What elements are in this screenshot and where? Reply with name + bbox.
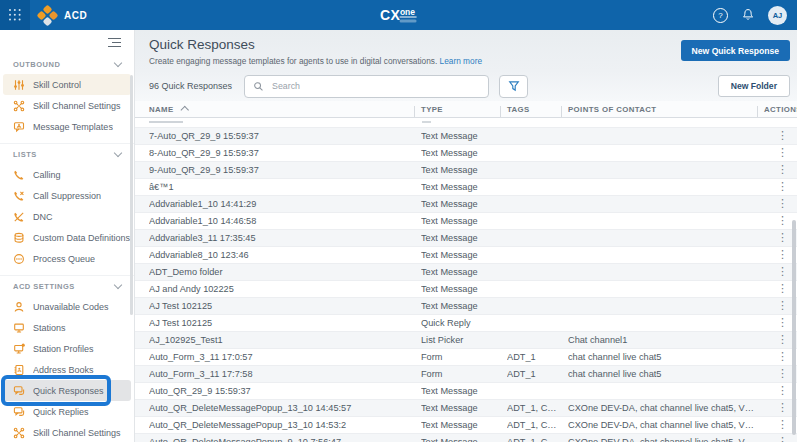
notifications-bell-icon[interactable] [741, 8, 755, 22]
row-actions-kebab-icon[interactable]: ⋮ [764, 230, 788, 245]
row-type: Form [421, 349, 507, 365]
sidebar-item-skill-control[interactable]: Skill Control [3, 74, 131, 95]
row-actions-kebab-icon[interactable]: ⋮ [764, 281, 788, 296]
row-actions-kebab-icon[interactable]: ⋮ [764, 264, 788, 279]
search-icon [253, 81, 264, 92]
row-points-of-contact: Chat channel1 [568, 332, 764, 348]
table-row[interactable]: Auto_QR_DeleteMessagePopup_13_10 14:53:2… [135, 417, 797, 434]
sidebar-item-call-suppression[interactable]: Call Suppression [3, 185, 131, 206]
row-actions-kebab-icon[interactable]: ⋮ [764, 213, 788, 228]
sidebar-item-process-queue[interactable]: Process Queue [3, 248, 131, 269]
sidebar-item-address-books[interactable]: Address Books [3, 359, 131, 380]
row-actions-kebab-icon[interactable]: ⋮ [764, 128, 788, 143]
column-header-actions: ACTIONS [764, 105, 797, 114]
sidebar-item-calling[interactable]: Calling [3, 164, 131, 185]
table-row[interactable]: AJ Test 102125Text Message⋮ [135, 298, 797, 315]
table-row[interactable]: Auto_Form_3_11 17:7:58FormADT_1chat chan… [135, 366, 797, 383]
row-actions-kebab-icon[interactable]: ⋮ [764, 247, 788, 262]
table-row[interactable]: AJ_102925_Test1List PickerChat channel1⋮ [135, 332, 797, 349]
row-tags: ADT_1 [507, 366, 568, 382]
sidebar-item-message-templates[interactable]: Message Templates [3, 116, 131, 137]
table-row[interactable]: Auto_QR_DeleteMessagePopup_9_10 7:56:47T… [135, 434, 797, 442]
table-row[interactable]: 7-Auto_QR_29_9 15:59:37Text Message⋮ [135, 128, 797, 145]
row-points-of-contact: chat channel live chat5 [568, 349, 764, 365]
sidebar-section-header-acd-settings[interactable]: ACD SETTINGS [0, 276, 134, 296]
row-tags: ADT_1, Captain [507, 434, 568, 442]
table-row[interactable]: AJ Test 102125Quick Reply⋮ [135, 315, 797, 332]
learn-more-link[interactable]: Learn more [440, 56, 482, 66]
row-actions-kebab-icon[interactable]: ⋮ [764, 179, 788, 194]
table-row[interactable]: 8-Auto_QR_29_9 15:59:37Text Message⋮ [135, 145, 797, 162]
row-name: Addvariable1_10 14:46:58 [149, 213, 421, 229]
sidebar-item-station-profiles[interactable]: Station Profiles [3, 338, 131, 359]
row-name: AJ and Andy 102225 [149, 281, 421, 297]
sidebar-item-dnc[interactable]: DNC [3, 206, 131, 227]
partial-scrolled-row [135, 118, 797, 128]
page-subtitle: Create engaging message templates for ag… [149, 56, 482, 66]
sidebar-scrollbar[interactable] [130, 75, 133, 315]
row-type: Text Message [421, 264, 507, 280]
table-scrollbar[interactable] [792, 220, 796, 435]
help-icon[interactable]: ? [713, 8, 728, 23]
app-window: ACD CX one ? AJ OUTBOUND Skill ControlSk… [0, 0, 797, 442]
row-actions-kebab-icon[interactable]: ⋮ [764, 332, 788, 347]
table-row[interactable]: ADT_Demo folderText Message⋮ [135, 264, 797, 281]
table-row[interactable]: Auto_QR_29_9 15:59:37Text Message⋮ [135, 383, 797, 400]
sidebar-item-custom-data-definitions[interactable]: Custom Data Definitions [3, 227, 131, 248]
row-actions-kebab-icon[interactable]: ⋮ [764, 298, 788, 313]
sidebar-item-skill-channel-settings[interactable]: Skill Channel Settings [3, 95, 131, 116]
row-name: Addvariable8_10 123:46 [149, 247, 421, 263]
row-actions-kebab-icon[interactable]: ⋮ [764, 383, 788, 398]
collapse-sidebar-icon[interactable] [108, 38, 121, 54]
sidebar-item-skill-channel-settings[interactable]: Skill Channel Settings [3, 422, 131, 442]
sort-ascending-icon [180, 106, 188, 114]
row-type: Text Message [421, 298, 507, 314]
table-row[interactable]: â€™1Text Message⋮ [135, 179, 797, 196]
row-actions-kebab-icon[interactable]: ⋮ [764, 417, 788, 432]
filter-button[interactable] [499, 75, 528, 98]
row-actions-kebab-icon[interactable]: ⋮ [764, 196, 788, 211]
column-header-type[interactable]: TYPE [421, 105, 507, 114]
row-type: Form [421, 366, 507, 382]
row-actions-kebab-icon[interactable]: ⋮ [764, 434, 788, 442]
row-type: Text Message [421, 196, 507, 212]
table-row[interactable]: Addvariable8_10 123:46Text Message⋮ [135, 247, 797, 264]
table-row[interactable]: Addvariable3_11 17:35:45Text Message⋮ [135, 230, 797, 247]
new-quick-response-button[interactable]: New Quick Response [681, 40, 790, 61]
table-row[interactable]: AJ and Andy 102225Text Message⋮ [135, 281, 797, 298]
row-actions-kebab-icon[interactable]: ⋮ [764, 315, 788, 330]
app-launcher-waffle-icon[interactable] [0, 0, 30, 30]
new-folder-button[interactable]: New Folder [718, 75, 790, 97]
user-avatar[interactable]: AJ [768, 6, 787, 25]
person-icon [13, 301, 25, 313]
sidebar-item-unavailable-codes[interactable]: Unavailable Codes [3, 296, 131, 317]
table-row[interactable]: Auto_QR_DeleteMessagePopup_13_10 14:45:5… [135, 400, 797, 417]
row-actions-kebab-icon[interactable]: ⋮ [764, 349, 788, 364]
chevron-down-icon [114, 148, 122, 156]
sidebar-item-quick-responses[interactable]: Quick Responses [3, 380, 131, 401]
row-type: List Picker [421, 332, 507, 348]
cxone-logo: CX one [380, 8, 417, 23]
table-row[interactable]: 9-Auto_QR_29_9 15:59:37Text Message⋮ [135, 162, 797, 179]
row-name: AJ Test 102125 [149, 315, 421, 331]
sidebar-item-stations[interactable]: Stations [3, 317, 131, 338]
row-type: Text Message [421, 434, 507, 442]
sidebar-section-header-outbound[interactable]: OUTBOUND [0, 54, 134, 74]
table-row[interactable]: Addvariable1_10 14:46:58Text Message⋮ [135, 213, 797, 230]
column-header-tags[interactable]: TAGS [507, 105, 568, 114]
table-row[interactable]: Auto_Form_3_11 17:0:57FormADT_1chat chan… [135, 349, 797, 366]
column-header-points-of-contact[interactable]: POINTS OF CONTACT [568, 105, 764, 114]
column-header-name[interactable]: NAME [149, 105, 421, 114]
row-actions-kebab-icon[interactable]: ⋮ [764, 145, 788, 160]
row-name: Auto_QR_29_9 15:59:37 [149, 383, 421, 399]
sidebar-section-acd-settings: ACD SETTINGS Unavailable CodesStationsSt… [0, 275, 134, 442]
row-name: 9-Auto_QR_29_9 15:59:37 [149, 162, 421, 178]
sidebar-item-quick-replies[interactable]: Quick Replies [3, 401, 131, 422]
search-input[interactable] [270, 80, 480, 92]
row-actions-kebab-icon[interactable]: ⋮ [764, 366, 788, 381]
row-type: Text Message [421, 213, 507, 229]
table-row[interactable]: Addvariable1_10 14:41:29Text Message⋮ [135, 196, 797, 213]
row-actions-kebab-icon[interactable]: ⋮ [764, 162, 788, 177]
row-actions-kebab-icon[interactable]: ⋮ [764, 400, 788, 415]
sidebar-section-header-lists[interactable]: LISTS [0, 144, 134, 164]
